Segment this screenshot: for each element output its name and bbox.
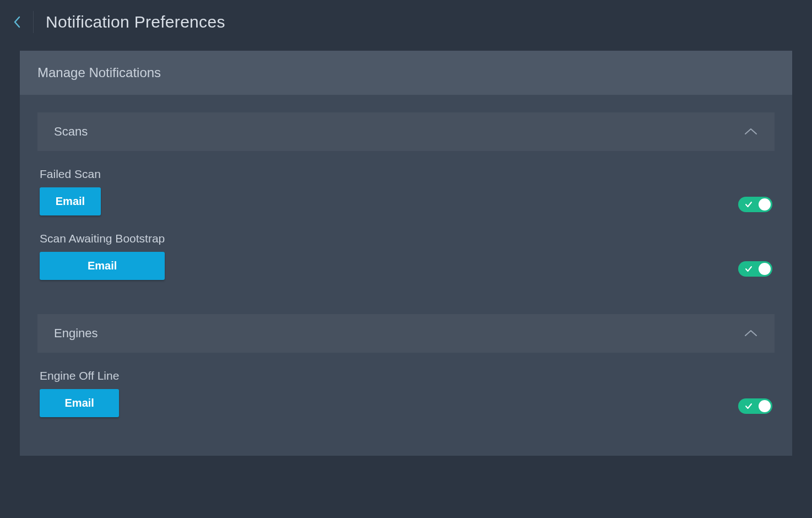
notif-item-right [738,398,772,417]
notif-item-engine-off-line: Engine Off Line Email [37,369,775,434]
toggle-failed-scan[interactable] [738,197,772,212]
email-button-engine-off-line[interactable]: Email [40,389,119,417]
toggle-knob [759,263,771,275]
notif-label-scan-awaiting-bootstrap: Scan Awaiting Bootstrap [40,232,165,245]
page-title: Notification Preferences [46,13,225,31]
panel-header: Manage Notifications [20,51,792,95]
notif-item-left: Scan Awaiting Bootstrap Email [40,232,165,280]
section-header-engines[interactable]: Engines [37,314,775,353]
section-title-scans: Scans [54,125,88,139]
toggle-scan-awaiting-bootstrap[interactable] [738,261,772,277]
check-icon [745,201,753,208]
chevron-left-icon [13,15,21,29]
section-gap [37,296,775,314]
notif-item-scan-awaiting-bootstrap: Scan Awaiting Bootstrap Email [37,232,775,296]
top-header: Notification Preferences [0,0,812,44]
section-header-scans[interactable]: Scans [37,112,775,151]
notif-label-failed-scan: Failed Scan [40,168,101,181]
notif-label-engine-off-line: Engine Off Line [40,369,119,382]
check-icon [745,266,753,272]
toggle-knob [759,198,771,211]
email-button-failed-scan[interactable]: Email [40,187,101,215]
toggle-engine-off-line[interactable] [738,398,772,414]
back-button[interactable] [13,11,34,33]
sections-wrap: Scans Failed Scan Email [20,95,792,434]
notif-item-right [738,261,772,280]
notif-item-right [738,197,772,215]
email-button-scan-awaiting-bootstrap[interactable]: Email [40,252,165,280]
section-title-engines: Engines [54,326,98,341]
notif-item-failed-scan: Failed Scan Email [37,168,775,232]
main-panel: Manage Notifications Scans Failed Scan E… [20,51,792,456]
notif-item-left: Engine Off Line Email [40,369,119,417]
check-icon [745,403,753,409]
chevron-up-icon [744,127,758,136]
toggle-knob [759,400,771,412]
chevron-up-icon [744,329,758,338]
notif-item-left: Failed Scan Email [40,168,101,215]
